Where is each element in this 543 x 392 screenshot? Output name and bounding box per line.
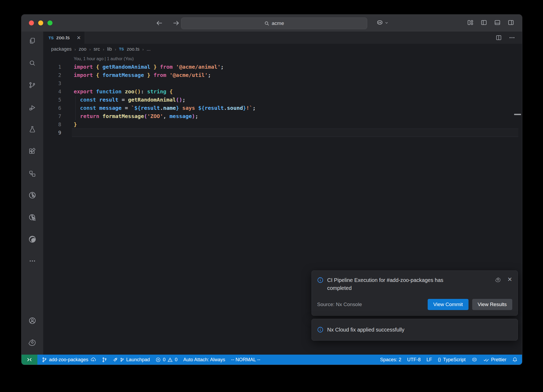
code-line: 2import { formatMessage } from '@acme/ut…	[43, 71, 522, 79]
titlebar: acme	[21, 15, 522, 32]
eol-item[interactable]: LF	[424, 355, 435, 365]
account-icon[interactable]	[27, 315, 38, 326]
cloud-upload-icon	[90, 357, 96, 363]
search-text: acme	[272, 20, 284, 26]
vscode-window: acme	[21, 14, 522, 365]
window-controls	[29, 20, 52, 25]
code-lines: 1import { getRandomAnimal } from '@acme/…	[43, 63, 522, 137]
line-number: 4	[43, 88, 61, 96]
breadcrumb-segment[interactable]: lib	[107, 46, 112, 52]
breadcrumb-segment[interactable]: src	[94, 46, 100, 52]
editor-actions	[496, 32, 515, 44]
close-icon[interactable]: ✕	[507, 276, 512, 283]
bell-icon	[512, 357, 518, 362]
git-blame-annotation: You, 1 hour ago | 1 author (You)	[43, 55, 522, 63]
search-icon	[264, 21, 269, 26]
status-bar: add-zoo-packages Launchpad 0 0 Auto Atta…	[21, 355, 522, 365]
copilot-status-item[interactable]	[468, 355, 480, 365]
minimize-window-button[interactable]	[38, 20, 43, 25]
code-line: 5 const result = getRandomAnimal();	[43, 96, 522, 104]
chevron-right-icon: ›	[103, 47, 104, 51]
toggle-panel-icon[interactable]	[494, 19, 501, 26]
testing-icon[interactable]	[27, 124, 38, 135]
double-check-icon	[483, 357, 489, 363]
notification-source: Source: Nx Console	[317, 302, 362, 307]
more-views-icon[interactable]	[27, 256, 38, 266]
command-center-search[interactable]: acme	[181, 18, 367, 29]
chevron-right-icon: ›	[115, 47, 116, 51]
toggle-secondary-sidebar-icon[interactable]	[508, 19, 514, 26]
tab-zoo-ts[interactable]: TS zoo.ts ✕	[43, 32, 85, 44]
more-actions-icon[interactable]	[509, 34, 515, 41]
zoom-window-button[interactable]	[47, 20, 52, 25]
extensions-icon[interactable]	[27, 146, 38, 157]
copilot-icon	[471, 357, 478, 363]
forward-arrow-icon[interactable]	[172, 19, 180, 27]
view-results-button[interactable]: View Results	[472, 299, 512, 310]
commit-graph-item[interactable]	[99, 355, 110, 365]
line-number: 1	[43, 63, 61, 71]
line-number: 5	[43, 96, 61, 104]
launchpad-item[interactable]: Launchpad	[110, 355, 153, 365]
line-number: 9	[43, 129, 61, 137]
split-editor-icon[interactable]	[496, 34, 502, 41]
search-icon[interactable]	[27, 58, 38, 69]
encoding-item[interactable]: UTF-8	[404, 355, 424, 365]
auto-attach-item[interactable]: Auto Attach: Always	[180, 355, 228, 365]
main-area: TS zoo.ts ✕ packages › zoo › src ›	[21, 32, 522, 355]
notifications-bell-item[interactable]	[509, 355, 520, 365]
tab-strip: TS zoo.ts ✕	[43, 32, 522, 44]
breadcrumb-segment[interactable]: zoo	[79, 46, 86, 52]
warning-count: 0	[175, 357, 177, 363]
branch-status-item[interactable]: add-zoo-packages	[39, 355, 99, 365]
code-line: 6 const message = `${result.name} says $…	[43, 104, 522, 112]
vim-mode-label: -- NORMAL --	[231, 357, 260, 363]
close-window-button[interactable]	[29, 20, 34, 25]
run-debug-icon[interactable]	[27, 102, 38, 113]
layout-controls	[467, 19, 514, 26]
source-control-icon[interactable]	[27, 80, 38, 90]
gear-icon[interactable]	[495, 277, 501, 283]
gitlens-icon[interactable]	[27, 190, 38, 201]
back-arrow-icon[interactable]	[155, 19, 163, 27]
rocket-icon	[113, 357, 118, 362]
code-line: 8}	[43, 120, 522, 129]
code-line: 7 return formatMessage('ZOO', message);	[43, 112, 522, 120]
remote-targets-icon[interactable]	[27, 168, 38, 179]
remote-indicator[interactable]	[21, 355, 37, 365]
info-icon	[317, 326, 323, 333]
notification-toast: Nx Cloud fix applied successfully	[312, 319, 518, 341]
copilot-icon	[376, 19, 383, 26]
vim-mode-item[interactable]: -- NORMAL --	[228, 355, 263, 365]
indentation-item[interactable]: Spaces: 2	[377, 355, 404, 365]
problems-item[interactable]: 0 0	[153, 355, 180, 365]
gitlens-inspect-icon[interactable]	[27, 212, 38, 223]
tab-label: zoo.ts	[56, 35, 70, 41]
line-number: 3	[43, 79, 61, 88]
braces-icon: {}	[438, 357, 441, 362]
git-branch-icon	[42, 357, 47, 362]
warning-icon	[168, 357, 173, 362]
typescript-file-icon: TS	[119, 47, 124, 51]
edge-browser-icon[interactable]	[27, 234, 38, 245]
line-number: 7	[43, 112, 61, 120]
git-commit-graph-icon	[102, 357, 107, 362]
error-icon	[156, 357, 161, 362]
language-mode-item[interactable]: {} TypeScript	[435, 355, 468, 365]
notification-title: Nx Cloud fix applied successfully	[327, 326, 404, 334]
customize-layout-icon[interactable]	[467, 19, 474, 26]
files-icon[interactable]	[27, 36, 38, 46]
notification-title: CI Pipeline Execution for #add-zoo-packa…	[327, 276, 465, 292]
view-commit-button[interactable]: View Commit	[428, 299, 468, 310]
breadcrumb: packages › zoo › src › lib › TS zoo.ts ›…	[43, 44, 522, 54]
close-icon[interactable]: ✕	[77, 35, 81, 41]
info-icon	[317, 277, 323, 283]
settings-gear-icon[interactable]	[27, 337, 38, 348]
toggle-sidebar-icon[interactable]	[481, 19, 487, 26]
line-number: 6	[43, 104, 61, 112]
breadcrumb-overflow[interactable]: ...	[147, 46, 151, 52]
breadcrumb-segment[interactable]: packages	[51, 46, 72, 52]
formatter-item[interactable]: Prettier	[480, 355, 509, 365]
breadcrumb-file[interactable]: zoo.ts	[127, 46, 139, 52]
copilot-menu-button[interactable]	[376, 19, 388, 26]
